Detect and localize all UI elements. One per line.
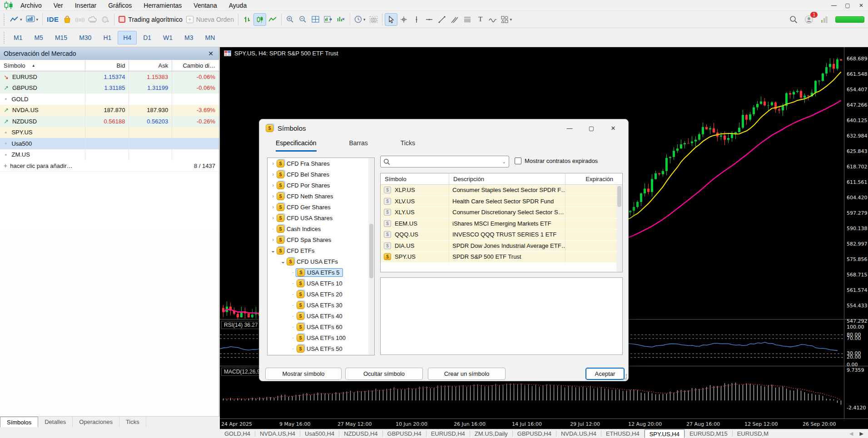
panel-tab-operaciones[interactable]: Operaciones <box>73 417 119 427</box>
symbol-table-row[interactable]: $XLP.USConsumer Staples Select Sector SP… <box>381 185 622 196</box>
show-symbol-button[interactable]: Mostrar símbolo <box>265 368 342 380</box>
symbol-table-row[interactable]: $DIA.USSPDR Dow Jones Industrial Average… <box>381 241 622 252</box>
dialog-titlebar[interactable]: $ Símbolos — ▢ ✕ <box>259 119 628 137</box>
chart-tab[interactable]: GBPUSD,H4 <box>383 429 426 438</box>
timeframe-m30[interactable]: M30 <box>74 31 97 44</box>
auto-scroll-button[interactable] <box>335 13 347 26</box>
tree-item[interactable]: ›$CFD Ger Shares <box>268 202 374 212</box>
symbol-search-input[interactable]: ⌄ <box>380 156 509 167</box>
symbol-table-row[interactable]: $XLY.USConsumer Discretionary Select Sec… <box>381 207 622 218</box>
chart-tab[interactable]: GBPUSD,H4 <box>513 429 556 438</box>
panel-tab-símbolos[interactable]: Símbolos <box>0 417 38 427</box>
column-header-bid[interactable]: Bid <box>85 60 129 71</box>
vertical-line-tool-button[interactable] <box>410 13 423 26</box>
vps-cloud-button[interactable] <box>86 13 99 26</box>
grid-button[interactable] <box>309 13 322 26</box>
dialog-tab-ticks[interactable]: Ticks <box>401 139 415 152</box>
chart-tab[interactable]: EURUSD,M15 <box>685 429 732 438</box>
market-watch-row[interactable]: ●ZM.US <box>0 149 219 161</box>
one-click-trading-icon[interactable] <box>224 50 231 56</box>
timeframe-m5[interactable]: M5 <box>29 31 48 44</box>
chart-tab[interactable]: GOLD,H4 <box>220 429 255 438</box>
menu-gráficos[interactable]: Gráficos <box>102 0 138 11</box>
window-minimize-button[interactable]: — <box>827 0 841 11</box>
show-expired-checkbox[interactable]: Mostrar contratos expirados <box>515 157 598 164</box>
chart-tab[interactable]: NVDA.US,H4 <box>556 429 601 438</box>
column-header-symbol[interactable]: Símbolo▲ <box>0 60 85 71</box>
chart-tab[interactable]: ZM.US,Daily <box>470 429 512 438</box>
tree-item[interactable]: ›$CFD Bel Shares <box>268 169 374 180</box>
menu-archivo[interactable]: Archivo <box>15 0 48 11</box>
tree-item[interactable]: ·$USA ETFs 5 <box>268 267 374 278</box>
channel-tool-button[interactable] <box>448 13 461 26</box>
bars-mode-button[interactable] <box>241 13 253 26</box>
trendline-tool-button[interactable] <box>436 13 448 26</box>
tab-scroll-left-icon[interactable]: ◀ <box>849 431 853 437</box>
timeframe-h4[interactable]: H4 <box>118 31 137 44</box>
tree-item[interactable]: ›$CFD Por Shares <box>268 180 374 191</box>
panel-tab-detalles[interactable]: Detalles <box>38 417 73 427</box>
hide-symbol-button[interactable]: Ocultar símbolo <box>345 368 423 380</box>
market-watch-row[interactable]: ↗NVDA.US187.870187.930-3.69% <box>0 105 219 116</box>
market-watch-row[interactable]: ↘EURUSD1.153741.15383-0.06% <box>0 71 219 83</box>
symbol-table-row[interactable]: $SPY.USSPDR S&P 500 ETF Trust <box>381 251 622 263</box>
market-watch-row[interactable]: ●SPY.US <box>0 127 219 138</box>
dialog-resize-grip[interactable] <box>621 374 627 379</box>
timeframe-m1[interactable]: M1 <box>8 31 28 44</box>
chart-type-button[interactable]: ▾ <box>8 13 24 26</box>
period-clock-button[interactable]: ▾ <box>352 13 367 26</box>
chart-tab[interactable]: NZDUSD,H4 <box>339 429 382 438</box>
dialog-tab-barras[interactable]: Barras <box>349 139 368 152</box>
chart-tab[interactable]: EURUSD,M <box>733 429 773 438</box>
symbol-table-row[interactable]: $EEM.USiShares MSCI Emerging Markets ETF <box>381 218 622 230</box>
screenshot-button[interactable] <box>367 13 380 26</box>
toolbar-drag-handle[interactable] <box>4 14 6 25</box>
chart-tab[interactable]: EURUSD,H4 <box>427 429 470 438</box>
chart-shift-button[interactable] <box>322 13 335 26</box>
timeframe-drag-handle[interactable] <box>4 32 6 44</box>
market-watch-row[interactable]: ↗GBPUSD1.311851.31199-0.06% <box>0 83 219 94</box>
notifications-button[interactable]: 1 <box>804 15 813 24</box>
tree-item[interactable]: ·$USA ETFs 50 <box>268 343 374 354</box>
timeframe-m15[interactable]: M15 <box>50 31 73 44</box>
table-scrollbar-thumb[interactable] <box>617 186 621 207</box>
timeframe-mn[interactable]: MN <box>200 31 221 44</box>
levels-button[interactable] <box>818 13 831 26</box>
menu-ventana[interactable]: Ventana <box>188 0 223 11</box>
text-tool-button[interactable]: T <box>474 13 486 26</box>
tree-item[interactable]: ⌄$CFD USA ETFs <box>268 256 374 267</box>
objects-tool-button[interactable]: ▾ <box>499 13 514 26</box>
tree-scrollbar[interactable] <box>368 158 374 355</box>
zoom-out-button[interactable] <box>297 13 309 26</box>
chart-tab[interactable]: NVDA.US,H4 <box>255 429 300 438</box>
tree-item[interactable]: ⌄$CFD ETFs <box>268 245 374 256</box>
chart-profile-button[interactable]: ▾ <box>24 13 40 26</box>
create-symbol-button[interactable]: Crear un símbolo <box>428 368 506 380</box>
market-button[interactable] <box>61 13 74 26</box>
tree-item[interactable]: ›$CFD Neth Shares <box>268 191 374 202</box>
ide-button[interactable]: IDE <box>45 13 61 26</box>
tree-item[interactable]: ·$USA ETFs 40 <box>268 310 374 321</box>
tree-item[interactable]: ›$CFD Fra Shares <box>268 158 374 169</box>
tree-item[interactable]: ›$CFD USA Shares <box>268 212 374 223</box>
accept-button[interactable]: Aceptar <box>585 368 625 380</box>
panel-tab-ticks[interactable]: Ticks <box>119 417 146 427</box>
tree-item[interactable]: ·$USA ETFs 30 <box>268 300 374 310</box>
tree-item[interactable]: ·$Cash Indices <box>268 223 374 234</box>
waves-tool-button[interactable] <box>486 13 499 26</box>
market-watch-row[interactable]: ●GOLD <box>0 94 219 105</box>
market-watch-row[interactable]: ●Usa500 <box>0 138 219 149</box>
tree-item[interactable]: ·$USA ETFs 60 <box>268 321 374 332</box>
column-header-change[interactable]: Cambio di… <box>172 60 219 71</box>
candles-mode-button[interactable] <box>253 13 266 26</box>
dialog-minimize-button[interactable]: — <box>565 125 575 132</box>
horizontal-line-tool-button[interactable] <box>423 13 436 26</box>
chart-tab[interactable]: Usa500,H4 <box>300 429 339 438</box>
menu-herramientas[interactable]: Herramientas <box>138 0 188 11</box>
dialog-close-button[interactable]: ✕ <box>608 125 618 132</box>
new-order-button[interactable]: + Nueva Orden <box>184 13 236 26</box>
window-close-button[interactable]: ✕ <box>854 0 868 11</box>
dialog-maximize-button[interactable]: ▢ <box>586 125 596 132</box>
tab-scroll-right-icon[interactable]: ▶ <box>860 431 863 437</box>
signals-button[interactable]: ((o)) <box>74 13 87 26</box>
